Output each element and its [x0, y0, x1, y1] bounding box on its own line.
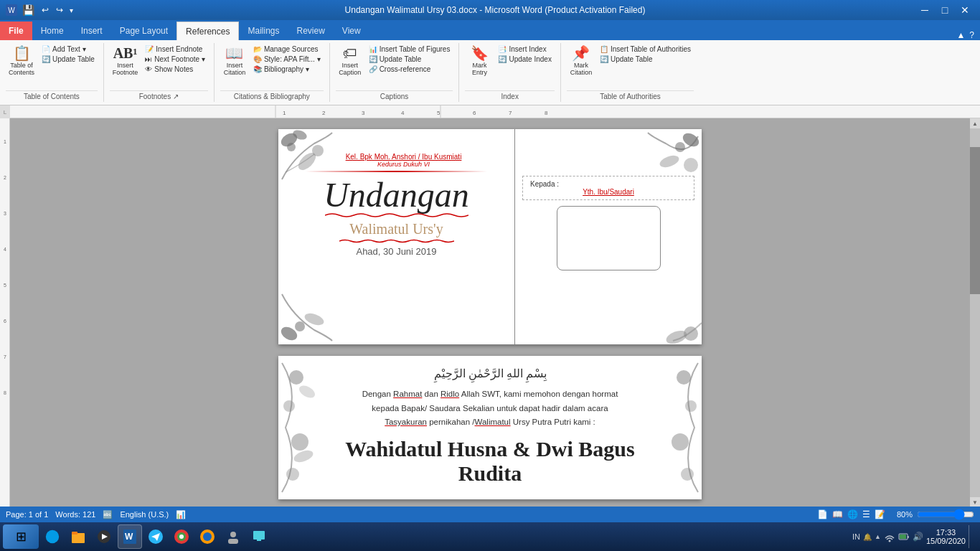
svg-text:3: 3 — [362, 110, 365, 116]
scroll-up[interactable]: ▲ — [970, 118, 980, 128]
update-index-button[interactable]: 🔄 Update Index — [495, 55, 555, 64]
idx-label: Insert Index — [509, 45, 546, 53]
toc-button[interactable]: 📋 Table ofContents — [6, 44, 37, 77]
svg-text:5: 5 — [4, 283, 6, 288]
tray-show-desktop[interactable] — [969, 525, 973, 548]
cross-reference-button[interactable]: 🔗 Cross-reference — [366, 65, 453, 74]
document-scroll-area[interactable]: Kel. Bpk Moh. Anshori / Ibu Kusmiati Ked… — [10, 118, 970, 507]
word-count: Words: 121 — [55, 510, 95, 519]
tab-view[interactable]: View — [334, 22, 369, 40]
view-draft[interactable]: 📝 — [875, 509, 885, 519]
upd-auth-label: Update Table — [611, 55, 653, 63]
insert-citation-button[interactable]: 📖 InsertCitation — [220, 44, 249, 77]
body-text: Dengan Rahmat dan Ridlo Allah SWT, kami … — [332, 387, 648, 430]
next-footnote-button[interactable]: ⏭ Next Footnote ▾ — [142, 55, 208, 64]
view-normal[interactable]: 📄 — [817, 509, 828, 519]
taskbar-media[interactable] — [92, 524, 116, 549]
auth-icon: 📋 — [600, 45, 608, 53]
tab-review[interactable]: Review — [288, 22, 333, 40]
fn-dialog-launcher[interactable]: ↗ — [173, 93, 179, 100]
insert-index-button[interactable]: 📑 Insert Index — [495, 44, 555, 54]
show-notes-button[interactable]: 👁 Show Notes — [142, 65, 208, 74]
taskbar-explorer[interactable] — [66, 524, 90, 549]
insert-authorities-button[interactable]: 📋 Insert Table of Authorities — [597, 44, 694, 54]
maximize-button[interactable]: □ — [936, 3, 954, 17]
svg-rect-58 — [253, 531, 265, 540]
status-right: 📄 📖 🌐 ☰ 📝 80% — [817, 509, 974, 519]
main-area: 1 2 3 4 5 6 7 8 — [0, 118, 980, 507]
cap-group-label: Captions — [336, 90, 453, 100]
invite-title-area: Undangan Walimatul Urs'y Ahad, 30 Juni 2… — [284, 178, 509, 257]
taskbar-user[interactable] — [221, 524, 245, 549]
view-reading[interactable]: 📖 — [832, 509, 843, 519]
quick-access-save[interactable]: 💾 — [20, 4, 37, 16]
update-toc-button[interactable]: 🔄 Update Table — [39, 55, 98, 64]
tray-speaker[interactable]: 🔊 — [913, 532, 923, 542]
style-button[interactable]: 🎨 Style: APA Fift... ▾ — [250, 55, 324, 64]
bib-label: Bibliography ▾ — [264, 65, 309, 73]
view-outline[interactable]: ☰ — [862, 509, 870, 519]
tab-references[interactable]: References — [176, 22, 239, 40]
update-auth-button[interactable]: 🔄 Update Table — [597, 55, 694, 64]
scroll-track[interactable] — [970, 128, 980, 497]
clock-time: 17:33 — [926, 528, 966, 537]
zoom-slider[interactable] — [917, 511, 974, 518]
caption-label: InsertCaption — [339, 62, 361, 76]
svg-point-56 — [230, 532, 236, 537]
view-web[interactable]: 🌐 — [847, 509, 858, 519]
insert-endnote-button[interactable]: 📝 Insert Endnote — [142, 44, 208, 54]
close-button[interactable]: ✕ — [956, 3, 974, 17]
svg-text:8: 8 — [4, 390, 6, 395]
tab-file[interactable]: File — [0, 22, 32, 40]
taskbar-telegram[interactable] — [143, 524, 168, 549]
svg-rect-44 — [72, 533, 85, 543]
tof-label: Insert Table of Figures — [380, 45, 451, 53]
tab-home[interactable]: Home — [32, 22, 72, 40]
svg-text:6: 6 — [4, 319, 6, 324]
spelling-icon[interactable]: 🔤 — [103, 510, 113, 519]
group-cit-content: 📖 InsertCitation 📂 Manage Sources 🎨 Styl… — [220, 44, 324, 89]
scroll-thumb[interactable] — [970, 147, 980, 295]
tab-insert[interactable]: Insert — [72, 22, 111, 40]
taskbar-firefox[interactable] — [195, 524, 220, 549]
word-icon: W — [6, 4, 17, 16]
horizontal-ruler: 1 2 3 4 5 6 7 8 — [10, 105, 980, 118]
minimize-button[interactable]: ─ — [915, 3, 934, 17]
insert-caption-button[interactable]: 🏷 InsertCaption — [336, 44, 364, 77]
floral-bl — [278, 287, 336, 344]
group-auth-content: 📌 MarkCitation 📋 Insert Table of Authori… — [567, 44, 694, 89]
quick-access-undo[interactable]: ↩ — [39, 5, 51, 15]
idx-group-label: Index — [465, 90, 555, 100]
vertical-scrollbar[interactable]: ▲ ▼ — [970, 118, 980, 507]
quick-access-more[interactable]: ▾ — [68, 6, 75, 14]
add-text-button[interactable]: 📄 Add Text ▾ — [39, 44, 98, 54]
language-status[interactable]: English (U.S.) — [120, 510, 169, 519]
quick-access-redo[interactable]: ↪ — [54, 5, 65, 15]
taskbar-word-active[interactable]: W — [118, 524, 142, 549]
taskbar-network[interactable] — [247, 524, 271, 549]
taskbar-ie[interactable] — [40, 524, 65, 549]
ribbon-help[interactable]: ? — [969, 30, 974, 40]
status-left: Page: 1 of 1 Words: 121 🔤 English (U.S.)… — [6, 510, 186, 519]
insert-table-figures-button[interactable]: 📊 Insert Table of Figures — [366, 44, 453, 54]
taskbar-chrome[interactable] — [169, 524, 194, 549]
svg-text:7: 7 — [509, 110, 512, 116]
tab-page-layout[interactable]: Page Layout — [111, 22, 176, 40]
start-button[interactable]: ⊞ — [3, 524, 39, 549]
tab-mailings[interactable]: Mailings — [239, 22, 288, 40]
tray-more[interactable]: ▲ — [875, 533, 881, 540]
document-page-2: بِسْمِ اللهِ الرَّحْمٰنِ الرَّحِيْمِ Den… — [278, 356, 702, 499]
svg-point-41 — [685, 400, 697, 412]
scroll-down[interactable]: ▼ — [970, 497, 980, 507]
insert-footnote-button[interactable]: AB¹ InsertFootnote — [110, 44, 141, 77]
update-cap-label: Update Table — [380, 55, 422, 63]
mark-entry-button[interactable]: 🔖 MarkEntry — [465, 44, 494, 77]
bibliography-button[interactable]: 📚 Bibliography ▾ — [250, 65, 324, 74]
window-controls: ─ □ ✕ — [915, 3, 974, 17]
manage-sources-button[interactable]: 📂 Manage Sources — [250, 44, 324, 54]
ribbon-collapse[interactable]: ▲ — [956, 30, 965, 40]
svg-point-36 — [291, 433, 308, 451]
update-cap-table-button[interactable]: 🔄 Update Table — [366, 55, 453, 64]
mark-citation-button[interactable]: 📌 MarkCitation — [567, 44, 595, 77]
svg-point-53 — [179, 534, 184, 539]
